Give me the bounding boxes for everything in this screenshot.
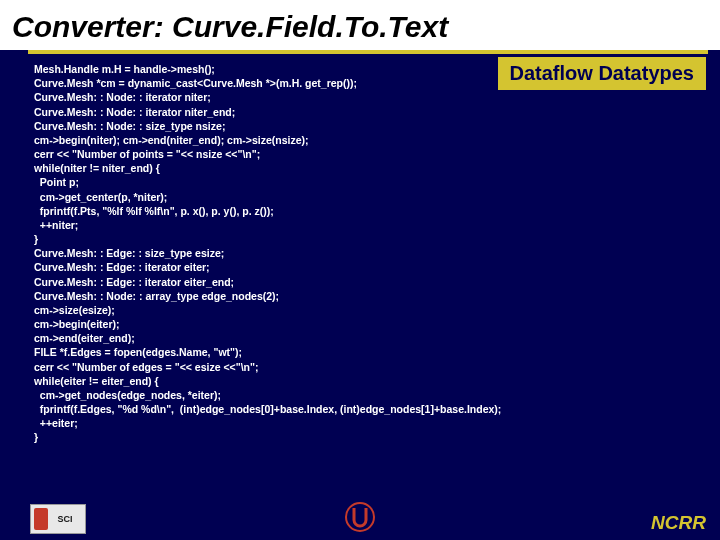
content-area: Dataflow Datatypes Mesh.Handle m.H = han… bbox=[0, 54, 720, 445]
datatype-badge: Dataflow Datatypes bbox=[498, 57, 707, 90]
slide-title: Converter: Curve.Field.To.Text bbox=[0, 0, 720, 50]
ncrr-label: NCRR bbox=[651, 512, 706, 534]
sci-logo: SCI bbox=[30, 504, 86, 534]
sci-logo-text: SCI bbox=[57, 514, 72, 524]
university-logo bbox=[345, 500, 375, 534]
code-block: Mesh.Handle m.H = handle->mesh(); Curve.… bbox=[34, 62, 706, 445]
